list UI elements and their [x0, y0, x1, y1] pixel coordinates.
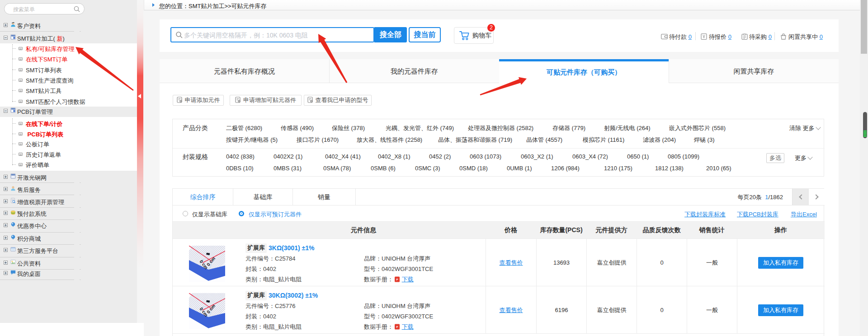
- svg-text:P: P: [396, 326, 398, 328]
- svg-text:P: P: [396, 278, 398, 281]
